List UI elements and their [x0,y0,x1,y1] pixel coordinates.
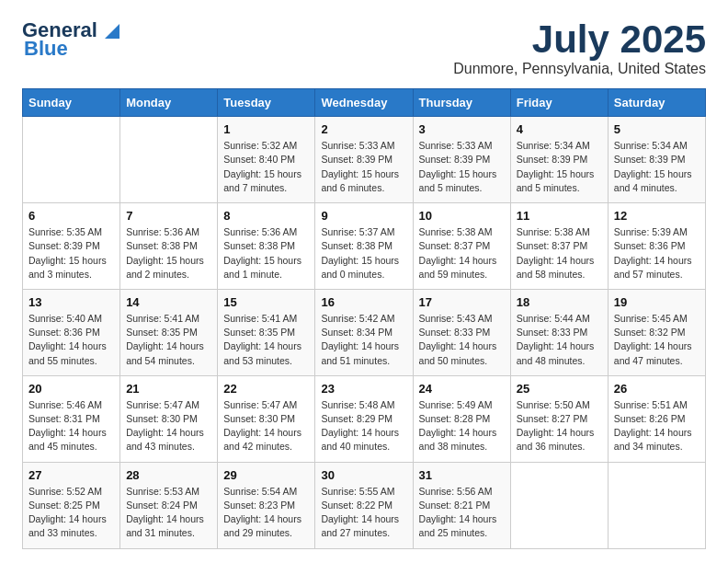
day-number: 22 [223,382,309,396]
day-info: Sunrise: 5:36 AMSunset: 8:38 PMDaylight:… [126,225,211,282]
calendar-cell: 4Sunrise: 5:34 AMSunset: 8:39 PMDaylight… [510,117,608,203]
day-info: Sunrise: 5:50 AMSunset: 8:27 PMDaylight:… [517,398,602,454]
day-info: Sunrise: 5:44 AMSunset: 8:33 PMDaylight:… [517,312,602,368]
svg-marker-0 [105,24,119,39]
day-info: Sunrise: 5:40 AMSunset: 8:36 PMDaylight:… [28,312,114,368]
calendar-cell: 7Sunrise: 5:36 AMSunset: 8:38 PMDaylight… [120,203,218,290]
day-info: Sunrise: 5:42 AMSunset: 8:34 PMDaylight:… [321,312,406,368]
calendar-cell: 14Sunrise: 5:41 AMSunset: 8:35 PMDayligh… [120,289,218,375]
calendar-cell: 25Sunrise: 5:50 AMSunset: 8:27 PMDayligh… [510,375,608,462]
col-header-saturday: Saturday [608,89,705,117]
day-number: 25 [517,382,602,396]
day-info: Sunrise: 5:49 AMSunset: 8:28 PMDaylight:… [419,398,505,454]
day-number: 28 [126,468,211,482]
col-header-thursday: Thursday [413,89,510,117]
day-info: Sunrise: 5:34 AMSunset: 8:39 PMDaylight:… [614,139,700,195]
day-number: 13 [28,295,114,309]
calendar-cell: 17Sunrise: 5:43 AMSunset: 8:33 PMDayligh… [413,289,510,375]
day-number: 30 [321,468,406,482]
calendar-cell: 18Sunrise: 5:44 AMSunset: 8:33 PMDayligh… [510,289,608,375]
logo-blue: Blue [24,37,68,61]
day-info: Sunrise: 5:36 AMSunset: 8:38 PMDaylight:… [223,225,309,282]
day-number: 20 [28,382,114,396]
col-header-tuesday: Tuesday [218,89,315,117]
calendar-cell [608,462,705,548]
day-info: Sunrise: 5:33 AMSunset: 8:39 PMDaylight:… [419,139,505,195]
day-number: 23 [321,382,406,396]
calendar-cell [510,462,608,548]
calendar-cell: 12Sunrise: 5:39 AMSunset: 8:36 PMDayligh… [608,203,705,290]
day-number: 21 [126,382,211,396]
calendar-cell [120,117,218,203]
title-block: July 2025 Dunmore, Pennsylvania, United … [453,18,706,77]
calendar-cell: 6Sunrise: 5:35 AMSunset: 8:39 PMDaylight… [23,203,120,290]
day-number: 19 [614,295,700,309]
day-number: 6 [28,209,114,223]
calendar-cell: 16Sunrise: 5:42 AMSunset: 8:34 PMDayligh… [315,289,413,375]
day-number: 8 [223,209,309,223]
calendar-cell: 3Sunrise: 5:33 AMSunset: 8:39 PMDaylight… [413,117,510,203]
calendar-cell: 27Sunrise: 5:52 AMSunset: 8:25 PMDayligh… [23,462,120,548]
calendar-cell: 2Sunrise: 5:33 AMSunset: 8:39 PMDaylight… [315,117,413,203]
month-title: July 2025 [453,18,706,61]
calendar-cell: 29Sunrise: 5:54 AMSunset: 8:23 PMDayligh… [218,462,315,548]
calendar-cell: 1Sunrise: 5:32 AMSunset: 8:40 PMDaylight… [218,117,315,203]
day-number: 17 [419,295,505,309]
col-header-sunday: Sunday [23,89,120,117]
page-header: General Blue July 2025 Dunmore, Pennsylv… [22,18,706,77]
logo: General Blue [22,18,119,61]
location-title: Dunmore, Pennsylvania, United States [453,61,706,77]
col-header-wednesday: Wednesday [315,89,413,117]
day-info: Sunrise: 5:34 AMSunset: 8:39 PMDaylight:… [517,139,602,195]
calendar-cell: 30Sunrise: 5:55 AMSunset: 8:22 PMDayligh… [315,462,413,548]
day-number: 5 [614,122,700,136]
day-number: 12 [614,209,700,223]
calendar-cell: 28Sunrise: 5:53 AMSunset: 8:24 PMDayligh… [120,462,218,548]
day-info: Sunrise: 5:47 AMSunset: 8:30 PMDaylight:… [223,398,309,454]
day-info: Sunrise: 5:54 AMSunset: 8:23 PMDaylight:… [223,485,309,541]
day-info: Sunrise: 5:32 AMSunset: 8:40 PMDaylight:… [223,139,309,195]
calendar-cell: 22Sunrise: 5:47 AMSunset: 8:30 PMDayligh… [218,375,315,462]
day-info: Sunrise: 5:43 AMSunset: 8:33 PMDaylight:… [419,312,505,368]
day-info: Sunrise: 5:55 AMSunset: 8:22 PMDaylight:… [321,485,406,541]
calendar-cell: 5Sunrise: 5:34 AMSunset: 8:39 PMDaylight… [608,117,705,203]
day-number: 27 [28,468,114,482]
day-number: 18 [517,295,602,309]
day-info: Sunrise: 5:35 AMSunset: 8:39 PMDaylight:… [28,225,114,282]
week-row-2: 6Sunrise: 5:35 AMSunset: 8:39 PMDaylight… [23,203,706,290]
calendar-cell: 21Sunrise: 5:47 AMSunset: 8:30 PMDayligh… [120,375,218,462]
day-number: 10 [419,209,505,223]
day-info: Sunrise: 5:41 AMSunset: 8:35 PMDaylight:… [126,312,211,368]
day-info: Sunrise: 5:38 AMSunset: 8:37 PMDaylight:… [419,225,505,282]
day-info: Sunrise: 5:47 AMSunset: 8:30 PMDaylight:… [126,398,211,454]
calendar-cell [23,117,120,203]
day-number: 31 [419,468,505,482]
calendar-cell: 23Sunrise: 5:48 AMSunset: 8:29 PMDayligh… [315,375,413,462]
week-row-5: 27Sunrise: 5:52 AMSunset: 8:25 PMDayligh… [23,462,706,548]
calendar-table: SundayMondayTuesdayWednesdayThursdayFrid… [22,88,706,548]
day-number: 29 [223,468,309,482]
calendar-cell: 26Sunrise: 5:51 AMSunset: 8:26 PMDayligh… [608,375,705,462]
day-info: Sunrise: 5:56 AMSunset: 8:21 PMDaylight:… [419,485,505,541]
day-number: 14 [126,295,211,309]
day-number: 2 [321,122,406,136]
calendar-cell: 20Sunrise: 5:46 AMSunset: 8:31 PMDayligh… [23,375,120,462]
col-header-monday: Monday [120,89,218,117]
day-info: Sunrise: 5:48 AMSunset: 8:29 PMDaylight:… [321,398,406,454]
calendar-cell: 19Sunrise: 5:45 AMSunset: 8:32 PMDayligh… [608,289,705,375]
day-number: 4 [517,122,602,136]
calendar-cell: 9Sunrise: 5:37 AMSunset: 8:38 PMDaylight… [315,203,413,290]
col-header-friday: Friday [510,89,608,117]
day-number: 3 [419,122,505,136]
day-info: Sunrise: 5:38 AMSunset: 8:37 PMDaylight:… [517,225,602,282]
calendar-cell: 8Sunrise: 5:36 AMSunset: 8:38 PMDaylight… [218,203,315,290]
day-number: 24 [419,382,505,396]
day-info: Sunrise: 5:41 AMSunset: 8:35 PMDaylight:… [223,312,309,368]
calendar-cell: 10Sunrise: 5:38 AMSunset: 8:37 PMDayligh… [413,203,510,290]
calendar-cell: 31Sunrise: 5:56 AMSunset: 8:21 PMDayligh… [413,462,510,548]
calendar-cell: 24Sunrise: 5:49 AMSunset: 8:28 PMDayligh… [413,375,510,462]
day-number: 11 [517,209,602,223]
day-number: 15 [223,295,309,309]
week-row-1: 1Sunrise: 5:32 AMSunset: 8:40 PMDaylight… [23,117,706,203]
day-info: Sunrise: 5:37 AMSunset: 8:38 PMDaylight:… [321,225,406,282]
